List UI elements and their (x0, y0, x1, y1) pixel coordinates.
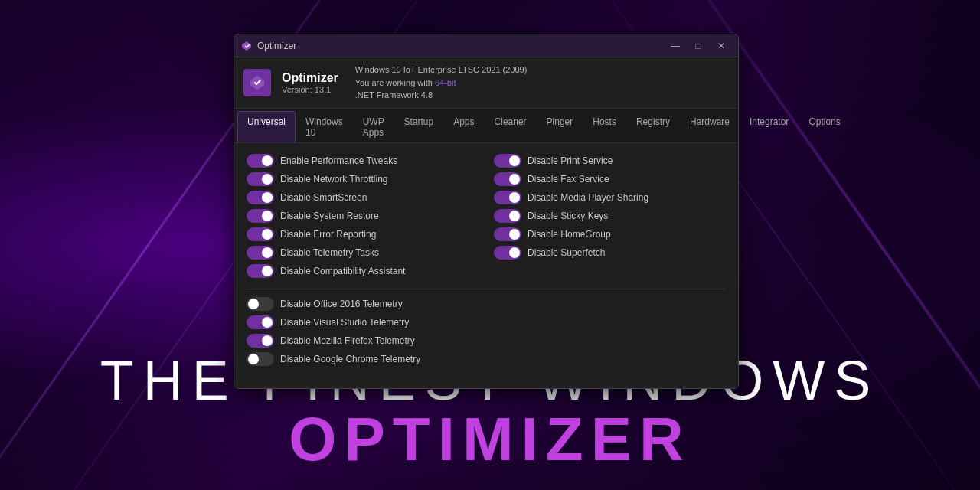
disable-telemetry-tasks-label: Disable Telemetry Tasks (280, 247, 379, 258)
nav-tab-apps[interactable]: Apps (443, 111, 484, 142)
app-icon (240, 40, 253, 52)
disable-firefox-telemetry-label: Disable Mozilla Firefox Telemetry (280, 335, 415, 346)
disable-vs-telemetry-label: Disable Visual Studio Telemetry (280, 317, 409, 328)
toggle-row: Disable HomeGroup (494, 227, 726, 241)
bitness-highlight: 64-bit (435, 78, 456, 87)
maximize-button[interactable]: □ (688, 38, 709, 54)
disable-smartscreen-label: Disable SmartScreen (280, 192, 367, 203)
disable-compatibility-assistant-toggle[interactable] (247, 264, 274, 278)
toggle-row: Enable Performance Tweaks (247, 154, 479, 168)
close-button[interactable]: ✕ (710, 38, 732, 54)
disable-print-service-label: Disable Print Service (528, 155, 612, 166)
disable-network-throttling-label: Disable Network Throttling (280, 174, 388, 185)
titlebar-title: Optimizer (257, 41, 296, 51)
disable-compatibility-assistant-label: Disable Compatibility Assistant (280, 266, 405, 276)
disable-chrome-telemetry-label: Disable Google Chrome Telemetry (280, 354, 420, 364)
disable-vs-telemetry-toggle[interactable] (247, 315, 274, 329)
app-version: Version: 13.1 (282, 85, 338, 94)
toggle-row: Disable Compatibility Assistant (247, 264, 479, 278)
disable-error-reporting-label: Disable Error Reporting (280, 229, 376, 240)
main-toggles-grid: Enable Performance Tweaks Disable Networ… (247, 154, 726, 278)
toggle-row: Disable Network Throttling (247, 172, 479, 186)
system-info-line1: Windows 10 IoT Enterprise LTSC 2021 (200… (355, 64, 528, 77)
disable-homegroup-toggle[interactable] (494, 227, 521, 241)
disable-network-throttling-toggle[interactable] (247, 172, 274, 186)
toggle-row: Disable Print Service (494, 154, 726, 168)
disable-system-restore-label: Disable System Restore (280, 211, 379, 221)
titlebar-controls: — □ ✕ (665, 38, 732, 54)
nav-tab-options[interactable]: Options (799, 111, 850, 142)
app-name-version: Optimizer Version: 13.1 (282, 71, 338, 94)
enable-performance-toggle[interactable] (247, 154, 274, 168)
toggle-row: Disable Media Player Sharing (494, 191, 726, 204)
toggle-row: Disable SmartScreen (247, 191, 479, 204)
content-area: Enable Performance Tweaks Disable Networ… (234, 143, 738, 388)
disable-firefox-telemetry-toggle[interactable] (247, 334, 274, 348)
toggle-row: Disable Visual Studio Telemetry (247, 315, 726, 329)
titlebar-left: Optimizer (240, 40, 296, 52)
minimize-button[interactable]: — (665, 38, 686, 54)
nav-tab-hardware[interactable]: Hardware (680, 111, 740, 142)
toggle-row: Disable Office 2016 Telemetry (247, 297, 726, 311)
toggle-row: Disable Mozilla Firefox Telemetry (247, 334, 726, 348)
toggle-row: Disable Google Chrome Telemetry (247, 352, 726, 366)
toggles-left-col: Enable Performance Tweaks Disable Networ… (247, 154, 479, 278)
toggle-row: Disable Error Reporting (247, 227, 479, 241)
disable-print-service-toggle[interactable] (494, 154, 521, 168)
disable-media-player-sharing-label: Disable Media Player Sharing (528, 192, 648, 203)
app-window: Optimizer — □ ✕ Optimizer Version: 13.1 … (234, 34, 739, 389)
app-header: Optimizer Version: 13.1 Windows 10 IoT E… (234, 57, 738, 109)
system-info: Windows 10 IoT Enterprise LTSC 2021 (200… (355, 64, 528, 102)
disable-superfetch-toggle[interactable] (494, 246, 521, 260)
nav-tabs: UniversalWindows 10UWP AppsStartupAppsCl… (234, 109, 738, 143)
logo-icon (248, 74, 266, 92)
disable-error-reporting-toggle[interactable] (247, 227, 274, 241)
app-logo (243, 69, 271, 96)
nav-tab-cleaner[interactable]: Cleaner (485, 111, 537, 142)
nav-tab-integrator[interactable]: Integrator (740, 111, 799, 142)
nav-tab-startup[interactable]: Startup (394, 111, 443, 142)
disable-telemetry-tasks-toggle[interactable] (247, 246, 274, 260)
disable-sticky-keys-label: Disable Sticky Keys (528, 211, 608, 221)
tagline-line2: OPTIMIZER (100, 404, 880, 475)
toggle-row: Disable Fax Service (494, 172, 726, 186)
disable-system-restore-toggle[interactable] (247, 209, 274, 223)
disable-homegroup-label: Disable HomeGroup (528, 229, 611, 240)
app-name: Optimizer (282, 71, 338, 85)
disable-superfetch-label: Disable Superfetch (528, 247, 605, 258)
disable-sticky-keys-toggle[interactable] (494, 209, 521, 223)
system-info-line3: .NET Framework 4.8 (355, 89, 528, 102)
system-info-line2: You are working with 64-bit (355, 77, 528, 90)
toggle-row: Disable Telemetry Tasks (247, 246, 479, 260)
nav-tab-registry[interactable]: Registry (626, 111, 680, 142)
enable-performance-label: Enable Performance Tweaks (280, 155, 397, 166)
nav-tab-uwp-apps[interactable]: UWP Apps (353, 111, 394, 142)
disable-office-telemetry-label: Disable Office 2016 Telemetry (280, 299, 403, 309)
toggle-row: Disable System Restore (247, 209, 479, 223)
disable-chrome-telemetry-toggle[interactable] (247, 352, 274, 366)
disable-fax-service-label: Disable Fax Service (528, 174, 609, 185)
nav-tab-pinger[interactable]: Pinger (537, 111, 583, 142)
nav-tab-universal[interactable]: Universal (237, 111, 296, 142)
toggles-right-col: Disable Print Service Disable Fax Servic… (494, 154, 726, 278)
toggle-row: Disable Superfetch (494, 246, 726, 260)
separator (247, 289, 726, 289)
disable-media-player-sharing-toggle[interactable] (494, 191, 521, 204)
telemetry-section: Disable Office 2016 Telemetry Disable Vi… (247, 297, 726, 366)
nav-tab-hosts[interactable]: Hosts (583, 111, 626, 142)
titlebar: Optimizer — □ ✕ (234, 34, 738, 57)
disable-fax-service-toggle[interactable] (494, 172, 521, 186)
nav-tab-windows-10[interactable]: Windows 10 (296, 111, 353, 142)
disable-office-telemetry-toggle[interactable] (247, 297, 274, 311)
disable-smartscreen-toggle[interactable] (247, 191, 274, 204)
toggle-row: Disable Sticky Keys (494, 209, 726, 223)
